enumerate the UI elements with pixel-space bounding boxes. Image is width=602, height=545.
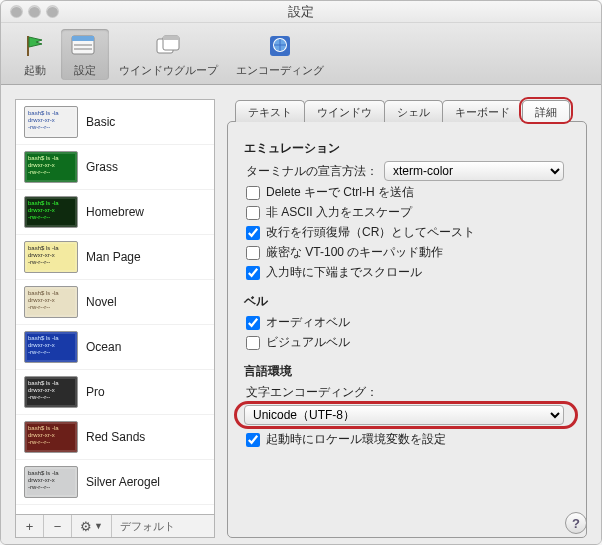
- emulation-title: エミュレーション: [244, 140, 570, 157]
- add-button[interactable]: +: [16, 515, 44, 537]
- window-list-icon: [69, 31, 101, 61]
- toolbar-startup[interactable]: 起動: [11, 29, 59, 80]
- encoding-row: Unicode（UTF-8）: [244, 405, 570, 425]
- profile-thumb: bash$ ls -ladrwxr-xr-x-rw-r--r--: [24, 376, 78, 408]
- toolbar: 起動 設定 ウインドウグループ エンコーディング: [1, 23, 601, 85]
- window-title: 設定: [1, 3, 601, 21]
- profile-thumb: bash$ ls -ladrwxr-xr-x-rw-r--r--: [24, 241, 78, 273]
- encoding-label-row: 文字エンコーディング：: [246, 384, 570, 401]
- emu-label-0: Delete キーで Ctrl-H を送信: [266, 184, 414, 201]
- toolbar-encoding[interactable]: エンコーディング: [228, 29, 332, 80]
- gear-button[interactable]: ⚙︎▼: [72, 515, 112, 537]
- toolbar-window-groups[interactable]: ウインドウグループ: [111, 29, 226, 80]
- sidebar-tools: + − ⚙︎▼ デフォルト: [16, 514, 214, 537]
- remove-button[interactable]: −: [44, 515, 72, 537]
- toolbar-startup-label: 起動: [24, 63, 46, 78]
- encoding-select[interactable]: Unicode（UTF-8）: [244, 405, 564, 425]
- emu-row-1: 非 ASCII 入力をエスケープ: [246, 204, 570, 221]
- profile-name: Ocean: [86, 340, 121, 354]
- set-env-checkbox[interactable]: [246, 433, 260, 447]
- emu-row-3: 厳密な VT-100 のキーパッド動作: [246, 244, 570, 261]
- gear-icon: ⚙︎: [80, 519, 92, 534]
- profile-name: Man Page: [86, 250, 141, 264]
- emu-checkbox-1[interactable]: [246, 206, 260, 220]
- emu-checkbox-3[interactable]: [246, 246, 260, 260]
- profile-item[interactable]: bash$ ls -ladrwxr-xr-x-rw-r--r--Basic: [16, 100, 214, 145]
- flag-icon: [19, 31, 51, 61]
- tab-3[interactable]: キーボード: [442, 100, 523, 122]
- emu-checkbox-2[interactable]: [246, 226, 260, 240]
- emu-row-2: 改行を行頭復帰（CR）としてペースト: [246, 224, 570, 241]
- profile-item[interactable]: bash$ ls -ladrwxr-xr-x-rw-r--r--Pro: [16, 370, 214, 415]
- profile-thumb: bash$ ls -ladrwxr-xr-x-rw-r--r--: [24, 331, 78, 363]
- profile-name: Basic: [86, 115, 115, 129]
- tab-2[interactable]: シェル: [384, 100, 443, 122]
- profile-thumb: bash$ ls -ladrwxr-xr-x-rw-r--r--: [24, 466, 78, 498]
- profile-name: Silver Aerogel: [86, 475, 160, 489]
- profile-item[interactable]: bash$ ls -ladrwxr-xr-x-rw-r--r--Homebrew: [16, 190, 214, 235]
- declare-row: ターミナルの宣言方法： xterm-color: [246, 161, 570, 181]
- bell-row-0: オーディオベル: [246, 314, 570, 331]
- profile-thumb: bash$ ls -ladrwxr-xr-x-rw-r--r--: [24, 421, 78, 453]
- toolbar-settings[interactable]: 設定: [61, 29, 109, 80]
- titlebar: 設定: [1, 1, 601, 23]
- profiles-sidebar: bash$ ls -ladrwxr-xr-x-rw-r--r--Basicbas…: [15, 99, 215, 538]
- profile-thumb: bash$ ls -ladrwxr-xr-x-rw-r--r--: [24, 196, 78, 228]
- locale-title: 言語環境: [244, 363, 570, 380]
- svg-rect-4: [74, 48, 92, 50]
- bell-label-0: オーディオベル: [266, 314, 350, 331]
- profile-thumb: bash$ ls -ladrwxr-xr-x-rw-r--r--: [24, 286, 78, 318]
- encoding-label: 文字エンコーディング：: [246, 384, 378, 401]
- emu-row-4: 入力時に下端までスクロール: [246, 264, 570, 281]
- emu-label-3: 厳密な VT-100 のキーパッド動作: [266, 244, 443, 261]
- emu-label-2: 改行を行頭復帰（CR）としてペースト: [266, 224, 475, 241]
- globe-icon: [264, 31, 296, 61]
- toolbar-encoding-label: エンコーディング: [236, 63, 324, 78]
- profile-name: Pro: [86, 385, 105, 399]
- default-button[interactable]: デフォルト: [112, 515, 214, 537]
- profile-item[interactable]: bash$ ls -ladrwxr-xr-x-rw-r--r--Grass: [16, 145, 214, 190]
- bell-row-1: ビジュアルベル: [246, 334, 570, 351]
- profile-item[interactable]: bash$ ls -ladrwxr-xr-x-rw-r--r--Ocean: [16, 325, 214, 370]
- windows-icon: [153, 31, 185, 61]
- emu-label-1: 非 ASCII 入力をエスケープ: [266, 204, 412, 221]
- bell-title: ベル: [244, 293, 570, 310]
- tab-4[interactable]: 詳細: [522, 100, 570, 122]
- toolbar-window-groups-label: ウインドウグループ: [119, 63, 218, 78]
- set-env-row: 起動時にロケール環境変数を設定: [246, 431, 570, 448]
- svg-rect-2: [72, 36, 94, 41]
- profile-item[interactable]: bash$ ls -ladrwxr-xr-x-rw-r--r--Novel: [16, 280, 214, 325]
- profile-name: Novel: [86, 295, 117, 309]
- tabs: テキストウインドウシェルキーボード詳細: [235, 99, 587, 121]
- tab-0[interactable]: テキスト: [235, 100, 305, 122]
- profile-name: Homebrew: [86, 205, 144, 219]
- help-button[interactable]: ?: [565, 512, 587, 534]
- tab-1[interactable]: ウインドウ: [304, 100, 385, 122]
- emu-checkbox-4[interactable]: [246, 266, 260, 280]
- emu-label-4: 入力時に下端までスクロール: [266, 264, 422, 281]
- chevron-down-icon: ▼: [94, 521, 103, 531]
- set-env-label: 起動時にロケール環境変数を設定: [266, 431, 446, 448]
- bell-checkbox-0[interactable]: [246, 316, 260, 330]
- profile-item[interactable]: bash$ ls -ladrwxr-xr-x-rw-r--r--Silver A…: [16, 460, 214, 505]
- bell-checkbox-1[interactable]: [246, 336, 260, 350]
- emu-checkbox-0[interactable]: [246, 186, 260, 200]
- declare-label: ターミナルの宣言方法：: [246, 163, 378, 180]
- toolbar-settings-label: 設定: [74, 63, 96, 78]
- main: テキストウインドウシェルキーボード詳細 エミュレーション ターミナルの宣言方法：…: [227, 99, 587, 538]
- profile-thumb: bash$ ls -ladrwxr-xr-x-rw-r--r--: [24, 151, 78, 183]
- svg-rect-7: [163, 36, 179, 40]
- profile-item[interactable]: bash$ ls -ladrwxr-xr-x-rw-r--r--Red Sand…: [16, 415, 214, 460]
- profile-item[interactable]: bash$ ls -ladrwxr-xr-x-rw-r--r--Man Page: [16, 235, 214, 280]
- body: bash$ ls -ladrwxr-xr-x-rw-r--r--Basicbas…: [1, 85, 601, 545]
- profiles-list[interactable]: bash$ ls -ladrwxr-xr-x-rw-r--r--Basicbas…: [16, 100, 214, 514]
- emu-row-0: Delete キーで Ctrl-H を送信: [246, 184, 570, 201]
- bell-label-1: ビジュアルベル: [266, 334, 350, 351]
- profile-name: Red Sands: [86, 430, 145, 444]
- advanced-panel: エミュレーション ターミナルの宣言方法： xterm-color Delete …: [227, 121, 587, 538]
- preferences-window: 設定 起動 設定 ウインドウグループ エンコーディング: [0, 0, 602, 545]
- profile-thumb: bash$ ls -ladrwxr-xr-x-rw-r--r--: [24, 106, 78, 138]
- declare-select[interactable]: xterm-color: [384, 161, 564, 181]
- svg-rect-3: [74, 44, 92, 46]
- profile-name: Grass: [86, 160, 118, 174]
